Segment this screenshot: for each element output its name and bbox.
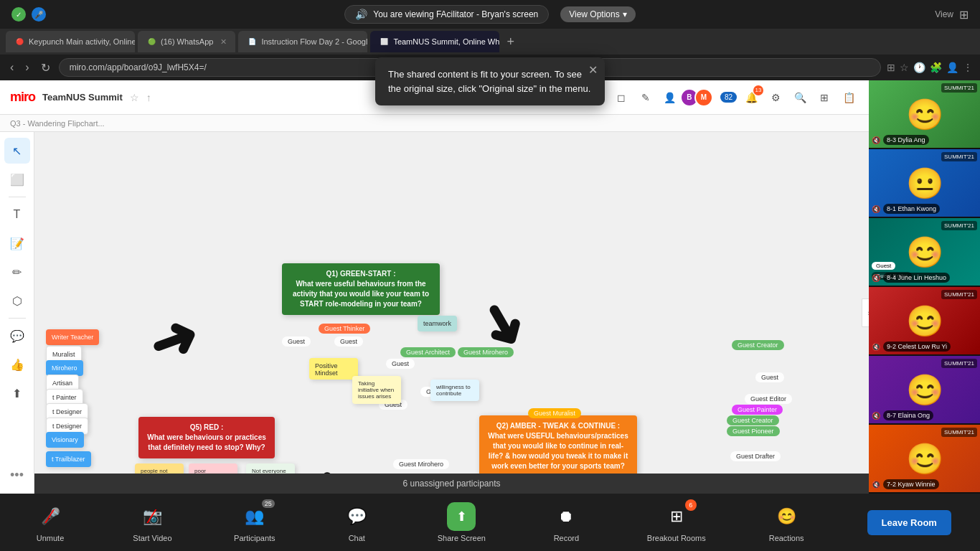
q1-label: Q1) GREEN-START : <box>326 270 395 278</box>
chat-button[interactable]: 💬 Chat <box>335 502 378 542</box>
unmute-icon: 🎤⁄ <box>36 502 65 531</box>
mic-off-icon-5: 🔇 <box>872 412 880 420</box>
extension-icon[interactable]: 🧩 <box>930 62 942 73</box>
mic-off-icon-6: 🔇 <box>872 481 880 489</box>
guest-drafter-2: Guest Drafter <box>730 451 781 461</box>
mic-off-icon-1: 🔇 <box>872 136 880 144</box>
sticky-trailblazer: t Trailblazer <box>46 451 91 467</box>
breakout-rooms-button[interactable]: ⊞ 6 Breakout Rooms <box>647 502 706 542</box>
participant-name-4: 9-2 Celest Low Ru Yi <box>883 342 951 352</box>
forward-button[interactable]: › <box>22 60 32 75</box>
breakout-icon-symbol: ⊞ <box>670 507 683 526</box>
tab-close-whatsapp[interactable]: ✕ <box>220 37 227 47</box>
sticky-mirohero: Mirohero <box>46 360 83 376</box>
new-tab-button[interactable]: + <box>502 34 519 50</box>
start-video-button[interactable]: 📷⁄ Start Video <box>131 502 174 542</box>
toolbar-separator-1 <box>9 197 26 197</box>
browser-tabs-bar: 🔴 Keypunch Main activity, Online V... ✕ … <box>0 29 980 55</box>
miro-star-icon[interactable]: ☆ <box>130 92 139 103</box>
miro-user-icon[interactable]: 👤 <box>660 88 680 108</box>
green-check-icon: ✓ <box>11 7 26 22</box>
view-options-button[interactable]: View Options ▾ <box>560 6 635 22</box>
toolbar-pen-tool[interactable]: ✏ <box>4 259 30 285</box>
miro-notes-tool[interactable]: 📋 <box>839 88 859 108</box>
toolbar-more-options[interactable]: ••• <box>4 462 30 488</box>
record-button[interactable]: ⏺ Record <box>545 502 588 542</box>
miro-canvas[interactable]: ↖ ⬜ T 📝 ✏ ⬡ 💬 👍 ⬆ ••• Writer Teacher Mur… <box>0 132 869 494</box>
sidebar-expand-handle[interactable]: › <box>862 298 869 327</box>
camera-muted-icon: 📷⁄ <box>143 507 162 526</box>
breadcrumb-text: Q3 - Wandering Flipchart... <box>10 119 105 128</box>
miro-settings-tool[interactable]: ⚙ <box>765 88 786 108</box>
share-screen-icon: ⬆ <box>447 502 476 531</box>
top-bar-right: View ⊞ <box>935 8 969 22</box>
toolbar-sticky-tool[interactable]: 📝 <box>4 230 30 256</box>
view-label: View <box>935 9 953 19</box>
q5-text: What were behaviours or practices that d… <box>147 433 266 451</box>
start-video-label: Start Video <box>133 534 171 542</box>
browser-tab-teamnus[interactable]: ⬜ TeamNUS Summit, Online White... ✕ <box>370 31 499 52</box>
more-options-icon[interactable]: ⋮ <box>963 62 973 73</box>
toolbar-frame-tool[interactable]: ⬜ <box>4 166 30 192</box>
chat-icon: 💬 <box>342 502 371 531</box>
view-options-label: View Options <box>569 9 619 19</box>
guest-creator: Guest Creator <box>732 340 784 350</box>
participants-button[interactable]: 👥 25 Participants <box>233 502 276 542</box>
summit-badge-2: SUMMIT'21 <box>941 152 977 161</box>
miro-search-tool[interactable]: 🔍 <box>790 88 810 108</box>
participant-card-1: 😊 SUMMIT'21 🔇 8-3 Dylia Ang <box>869 80 980 149</box>
participant-card-5: 😊 SUMMIT'21 🔇 8-7 Elaina Ong <box>869 356 980 425</box>
share-screen-button[interactable]: ⬆ Share Screen <box>438 502 486 542</box>
history-icon[interactable]: 🕐 <box>913 62 925 73</box>
miro-grid-tool[interactable]: ⊞ <box>814 88 834 108</box>
miro-pen-tool[interactable]: ✎ <box>636 88 656 108</box>
viewing-info: 🔊 You are viewing FAcilitator - Bryan's … <box>344 5 635 24</box>
toolbar-like-tool[interactable]: 👍 <box>4 352 30 377</box>
back-button[interactable]: ‹ <box>7 60 17 75</box>
miro-bell-tool[interactable]: 🔔 13 <box>741 88 761 108</box>
question-box-q1: Q1) GREEN-START : What were useful behav… <box>282 263 440 315</box>
nametag-4: 🔇 9-2 Celest Low Ru Yi <box>872 342 977 352</box>
profile-icon[interactable]: 👤 <box>946 62 958 73</box>
toolbar-select-tool[interactable]: ↖ <box>4 138 30 164</box>
toolbar-shape-tool[interactable]: ⬡ <box>4 288 30 314</box>
toolbar-text-tool[interactable]: T <box>4 202 30 227</box>
mic-muted-icon: 🎤⁄ <box>41 507 60 526</box>
summit-badge-1: SUMMIT'21 <box>941 83 977 93</box>
q5-label: Q5) RED : <box>190 423 224 431</box>
nametag-2: 🔇 8-1 Ethan Kwong <box>872 204 977 214</box>
grid-view-icon[interactable]: ⊞ <box>959 8 969 22</box>
canvas-content[interactable]: Writer Teacher Muralist Mirohero Artisan… <box>34 132 869 494</box>
sticky-teamwork: teamwork <box>418 316 457 331</box>
guest-painter: Guest Painter <box>732 405 783 415</box>
participant-name-3: 8-4 June Lin Heshuo <box>883 273 950 283</box>
miro-upload-icon[interactable]: ↑ <box>146 92 151 103</box>
tooltip-close-button[interactable]: ✕ <box>588 62 598 79</box>
tab-favicon-keypunch: 🔴 <box>14 37 24 47</box>
leave-room-button[interactable]: Leave Room <box>867 510 951 535</box>
record-icon-symbol: ⏺ <box>558 507 574 526</box>
reload-button[interactable]: ↻ <box>38 60 53 76</box>
miro-shapes-tool[interactable]: ◻ <box>611 88 631 108</box>
guest-editor: Guest Editor <box>745 394 792 404</box>
star-icon[interactable]: ☆ <box>900 62 909 73</box>
browser-tab-whatsapp[interactable]: 🟢 (16) WhatsApp ✕ <box>138 31 235 52</box>
reactions-button[interactable]: 😊 Reactions <box>765 502 808 542</box>
miro-header-tools: ↖ ◻ ✎ 👤 B M 82 🔔 13 ⚙ 🔍 ⊞ 📋 <box>587 88 859 108</box>
toolbar-separator-2 <box>9 318 26 319</box>
chat-label: Chat <box>349 534 365 542</box>
participants-count: 25 <box>262 499 275 508</box>
nametag-5: 🔇 8-7 Elaina Ong <box>872 410 977 420</box>
guest-thinker: Guest Thinker <box>319 324 370 334</box>
guest-label-p3: Guest <box>872 262 895 270</box>
participant-name-5: 8-7 Elaina Ong <box>883 410 933 420</box>
sticky-positive-mindset: Positive Mindset <box>309 358 358 380</box>
browser-tab-instruction[interactable]: 📄 Instruction Flow Day 2 - Google ... ✕ <box>238 31 367 52</box>
unmute-button[interactable]: 🎤⁄ Unmute <box>29 502 72 542</box>
browser-tab-keypunch[interactable]: 🔴 Keypunch Main activity, Online V... ✕ <box>6 31 135 52</box>
participant-card-2: 😐 SUMMIT'21 🔇 8-1 Ethan Kwong <box>869 149 980 218</box>
toolbar-upload-tool[interactable]: ⬆ <box>4 380 30 406</box>
grid-apps-icon[interactable]: ⊞ <box>887 62 895 73</box>
toolbar-comment-tool[interactable]: 💬 <box>4 323 30 349</box>
tab-label-instruction: Instruction Flow Day 2 - Google ... <box>261 37 367 46</box>
